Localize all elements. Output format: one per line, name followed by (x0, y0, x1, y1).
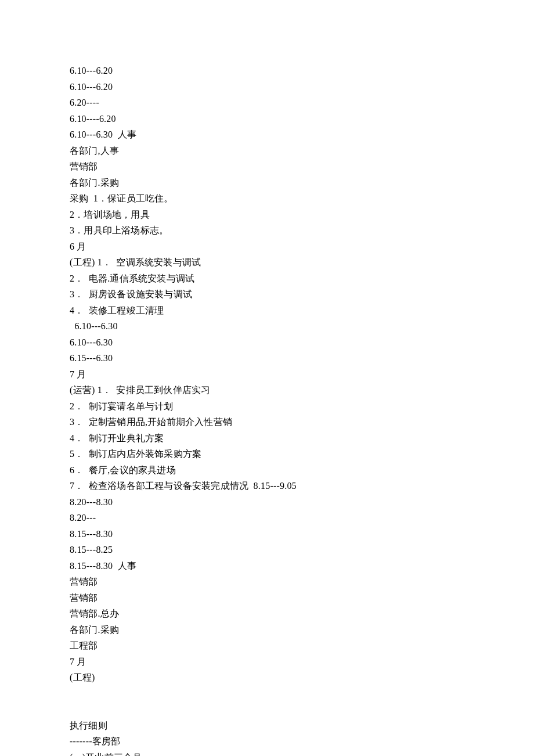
text-line: (工程) (70, 669, 534, 686)
text-line: 营销部 (70, 574, 534, 590)
text-line: 各部门.采购 (70, 622, 534, 638)
text-line: 8.20---8.30 (70, 494, 534, 510)
text-line: 执行细则 (70, 718, 534, 734)
text-line: 2． 电器.通信系统安装与调试 (70, 271, 534, 287)
text-line: 6.10---6.20 (70, 79, 534, 95)
text-line: 6.10----6.20 (70, 111, 534, 127)
text-line: 2．培训场地，用具 (70, 207, 534, 223)
text-line: 6.10---6.30 人事 (70, 127, 534, 143)
text-line: 4． 制订开业典礼方案 (70, 430, 534, 447)
text-line: 各部门,人事 (70, 143, 534, 159)
text-line: 6.15---6.30 (70, 350, 534, 366)
text-line: 3． 定制营销用品,开始前期介入性营销 (70, 414, 534, 430)
text-line: 3． 厨房设备设施安装与调试 (70, 286, 534, 303)
text-line: 营销部 (70, 590, 534, 606)
text-line: 各部门.采购 (70, 175, 534, 191)
text-line: 2． 制订宴请名单与计划 (70, 398, 534, 415)
text-line: 6． 餐厅,会议的家具进场 (70, 462, 534, 478)
text-line: 6 月 (70, 239, 534, 255)
text-line: 6.10---6.30 (70, 318, 534, 334)
text-line: 8.15---8.30 人事 (70, 558, 534, 574)
document-page: 6.10---6.20 6.10---6.20 6.20---- 6.10---… (0, 0, 534, 756)
text-line: 6.10---6.20 (70, 63, 534, 79)
text-line: 7． 检查浴场各部工程与设备安装完成情况 8.15---9.05 (70, 478, 534, 494)
text-line: 8.20--- (70, 510, 534, 526)
text-line: (工程) 1． 空调系统安装与调试 (70, 254, 534, 271)
text-line: 5． 制订店内店外装饰采购方案 (70, 446, 534, 462)
text-line: (运营) 1． 安排员工到伙伴店实习 (70, 382, 534, 398)
blank-line (70, 701, 534, 718)
text-line: 7 月 (70, 654, 534, 670)
text-line: 3．用具印上浴场标志。 (70, 222, 534, 239)
text-line: 4． 装修工程竣工清理 (70, 303, 534, 319)
text-line: 营销部 (70, 159, 534, 175)
text-line: 8.15---8.25 (70, 542, 534, 558)
text-line: 工程部 (70, 638, 534, 654)
text-line: 8.15---8.30 (70, 526, 534, 542)
text-line: 营销部.总办 (70, 606, 534, 622)
text-line: -------客房部 (70, 733, 534, 750)
text-line: (一)开业前三个月 (70, 750, 534, 757)
text-line: 采购 1．保证员工吃住。 (70, 190, 534, 207)
text-line: 6.20---- (70, 95, 534, 111)
text-line: 6.10---6.30 (70, 334, 534, 351)
text-line: 7 月 (70, 366, 534, 383)
blank-line (70, 686, 534, 702)
